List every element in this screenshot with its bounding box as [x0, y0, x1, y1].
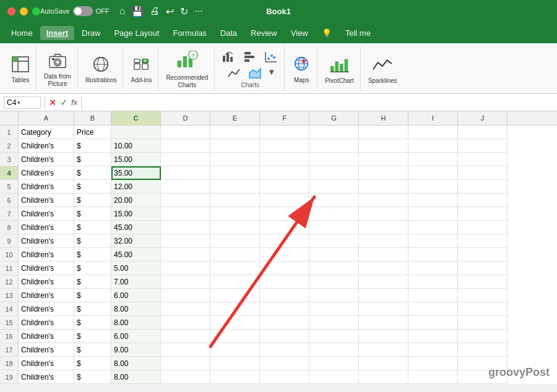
- cell-D14[interactable]: [161, 302, 210, 316]
- cell-D8[interactable]: [161, 221, 210, 234]
- row-number[interactable]: 18: [0, 357, 19, 370]
- cell-F6[interactable]: [260, 194, 309, 207]
- line-chart-button[interactable]: [225, 66, 243, 80]
- close-button[interactable]: [7, 7, 15, 15]
- row-number[interactable]: 19: [0, 370, 19, 384]
- cell-H3[interactable]: [359, 153, 408, 166]
- cell-G15[interactable]: [309, 316, 359, 330]
- cell-C3[interactable]: 15.00: [111, 153, 161, 166]
- cell-A19[interactable]: Children's: [19, 370, 74, 384]
- undo-icon[interactable]: ↩: [166, 6, 174, 17]
- cell-I11[interactable]: [408, 262, 458, 275]
- cell-H17[interactable]: [359, 343, 408, 357]
- cell-C11[interactable]: 5.00: [111, 262, 161, 275]
- home-icon[interactable]: ⌂: [119, 6, 126, 17]
- cell-E13[interactable]: [210, 289, 260, 302]
- cell-D12[interactable]: [161, 275, 210, 289]
- autosave-toggle[interactable]: AutoSave OFF: [40, 6, 110, 16]
- cell-E2[interactable]: [210, 139, 260, 153]
- cell-J5[interactable]: [458, 180, 507, 194]
- cell-D10[interactable]: [161, 248, 210, 262]
- cancel-formula-icon[interactable]: ✕: [49, 98, 56, 108]
- cell-A4[interactable]: Children's: [19, 166, 74, 180]
- cell-D17[interactable]: [161, 343, 210, 357]
- scatter-chart-button[interactable]: [262, 49, 280, 64]
- cell-B2[interactable]: $: [74, 139, 111, 153]
- cell-B11[interactable]: $: [74, 262, 111, 275]
- cell-D6[interactable]: [161, 194, 210, 207]
- cell-E17[interactable]: [210, 343, 260, 357]
- cell-A15[interactable]: Children's: [19, 316, 74, 330]
- cell-D5[interactable]: [161, 180, 210, 194]
- cell-J19[interactable]: [458, 370, 507, 384]
- cell-B13[interactable]: $: [74, 289, 111, 302]
- row-number[interactable]: 12: [0, 275, 19, 289]
- cell-I8[interactable]: [408, 221, 458, 234]
- cell-I7[interactable]: [408, 207, 458, 221]
- cell-F9[interactable]: [260, 234, 309, 248]
- cell-B14[interactable]: $: [74, 302, 111, 316]
- menu-view[interactable]: View: [285, 26, 314, 40]
- cell-I12[interactable]: [408, 275, 458, 289]
- cell-E3[interactable]: [210, 153, 260, 166]
- cell-F14[interactable]: [260, 302, 309, 316]
- cell-H8[interactable]: [359, 221, 408, 234]
- cell-A11[interactable]: Children's: [19, 262, 74, 275]
- row-number[interactable]: 3: [0, 153, 19, 166]
- cell-G4[interactable]: [309, 166, 359, 180]
- column-chart-button[interactable]: [220, 49, 238, 64]
- col-header-J[interactable]: J: [458, 111, 507, 125]
- col-header-H[interactable]: H: [359, 111, 408, 125]
- cell-J8[interactable]: [458, 221, 507, 234]
- row-number[interactable]: 16: [0, 330, 19, 343]
- cell-A13[interactable]: Children's: [19, 289, 74, 302]
- menu-data[interactable]: Data: [214, 26, 243, 40]
- cell-F10[interactable]: [260, 248, 309, 262]
- cell-E12[interactable]: [210, 275, 260, 289]
- row-number[interactable]: 15: [0, 316, 19, 330]
- col-header-E[interactable]: E: [210, 111, 260, 125]
- cell-E8[interactable]: [210, 221, 260, 234]
- bar-chart-button[interactable]: [241, 49, 259, 64]
- cell-F5[interactable]: [260, 180, 309, 194]
- cell-A9[interactable]: Children's: [19, 234, 74, 248]
- col-header-B[interactable]: B: [74, 111, 111, 125]
- cell-G13[interactable]: [309, 289, 359, 302]
- menu-review[interactable]: Review: [244, 26, 283, 40]
- row-number[interactable]: 17: [0, 343, 19, 357]
- cell-A10[interactable]: Children's: [19, 248, 74, 262]
- cell-H16[interactable]: [359, 330, 408, 343]
- cell-D3[interactable]: [161, 153, 210, 166]
- maximize-button[interactable]: [32, 7, 40, 15]
- cell-I2[interactable]: [408, 139, 458, 153]
- cell-E1[interactable]: [210, 126, 260, 139]
- cell-E10[interactable]: [210, 248, 260, 262]
- cell-H2[interactable]: [359, 139, 408, 153]
- cell-D13[interactable]: [161, 289, 210, 302]
- cell-H7[interactable]: [359, 207, 408, 221]
- cell-G12[interactable]: [309, 275, 359, 289]
- cell-D15[interactable]: [161, 316, 210, 330]
- menu-formulas[interactable]: Formulas: [166, 26, 212, 40]
- menu-draw[interactable]: Draw: [76, 26, 106, 40]
- cell-C19[interactable]: 8.00: [111, 370, 161, 384]
- cell-A8[interactable]: Children's: [19, 221, 74, 234]
- cell-J7[interactable]: [458, 207, 507, 221]
- cell-A12[interactable]: Children's: [19, 275, 74, 289]
- cell-C10[interactable]: 45.00: [111, 248, 161, 262]
- cell-C17[interactable]: 9.00: [111, 343, 161, 357]
- row-number[interactable]: 6: [0, 194, 19, 207]
- pivot-chart-button[interactable]: PivotChart: [322, 54, 356, 86]
- cell-H9[interactable]: [359, 234, 408, 248]
- cell-G14[interactable]: [309, 302, 359, 316]
- menu-insert[interactable]: Insert: [40, 26, 74, 40]
- tables-button[interactable]: Tables: [9, 54, 32, 85]
- cell-G7[interactable]: [309, 207, 359, 221]
- cell-A7[interactable]: Children's: [19, 207, 74, 221]
- cell-J2[interactable]: [458, 139, 507, 153]
- cell-I3[interactable]: [408, 153, 458, 166]
- cell-J15[interactable]: [458, 316, 507, 330]
- cell-F19[interactable]: [260, 370, 309, 384]
- cell-H10[interactable]: [359, 248, 408, 262]
- cell-H11[interactable]: [359, 262, 408, 275]
